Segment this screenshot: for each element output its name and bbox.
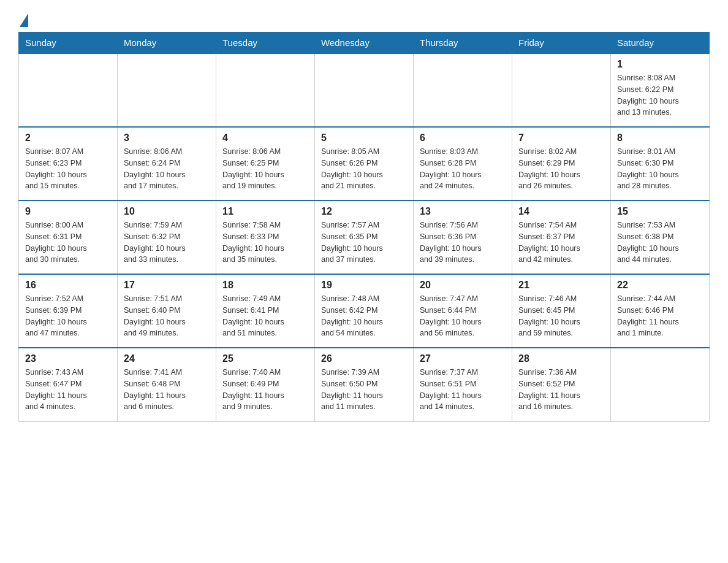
week-row-3: 9Sunrise: 8:00 AM Sunset: 6:31 PM Daylig… [19, 201, 710, 274]
calendar-cell [512, 53, 611, 127]
calendar-cell: 10Sunrise: 7:59 AM Sunset: 6:32 PM Dayli… [118, 201, 216, 274]
calendar-cell [216, 53, 315, 127]
day-info: Sunrise: 7:36 AM Sunset: 6:52 PM Dayligh… [518, 367, 604, 413]
calendar-cell: 18Sunrise: 7:49 AM Sunset: 6:41 PM Dayli… [216, 274, 315, 348]
calendar-cell: 28Sunrise: 7:36 AM Sunset: 6:52 PM Dayli… [512, 348, 611, 421]
day-info: Sunrise: 7:57 AM Sunset: 6:35 PM Dayligh… [321, 220, 407, 266]
calendar-cell: 27Sunrise: 7:37 AM Sunset: 6:51 PM Dayli… [414, 348, 512, 421]
page-header [18, 12, 710, 26]
day-number: 9 [25, 206, 111, 217]
day-number: 7 [518, 132, 604, 144]
day-info: Sunrise: 8:01 AM Sunset: 6:30 PM Dayligh… [617, 146, 703, 192]
column-header-wednesday: Wednesday [315, 33, 414, 54]
calendar-cell: 16Sunrise: 7:52 AM Sunset: 6:39 PM Dayli… [19, 274, 118, 348]
day-number: 8 [617, 132, 703, 144]
calendar-table: SundayMondayTuesdayWednesdayThursdayFrid… [18, 32, 710, 422]
day-number: 17 [124, 280, 210, 291]
day-number: 1 [617, 59, 703, 70]
day-number: 13 [420, 206, 506, 217]
day-number: 14 [518, 206, 604, 217]
calendar-cell: 6Sunrise: 8:03 AM Sunset: 6:28 PM Daylig… [414, 127, 512, 201]
calendar-cell [414, 53, 512, 127]
day-number: 27 [420, 353, 506, 364]
day-number: 15 [617, 206, 703, 217]
week-row-5: 23Sunrise: 7:43 AM Sunset: 6:47 PM Dayli… [19, 348, 710, 421]
week-row-2: 2Sunrise: 8:07 AM Sunset: 6:23 PM Daylig… [19, 127, 710, 201]
calendar-cell: 1Sunrise: 8:08 AM Sunset: 6:22 PM Daylig… [611, 53, 710, 127]
calendar-cell: 21Sunrise: 7:46 AM Sunset: 6:45 PM Dayli… [512, 274, 611, 348]
calendar-cell: 25Sunrise: 7:40 AM Sunset: 6:49 PM Dayli… [216, 348, 315, 421]
day-number: 4 [222, 132, 308, 144]
day-info: Sunrise: 8:06 AM Sunset: 6:25 PM Dayligh… [222, 146, 308, 192]
calendar-cell: 13Sunrise: 7:56 AM Sunset: 6:36 PM Dayli… [414, 201, 512, 274]
day-info: Sunrise: 8:07 AM Sunset: 6:23 PM Dayligh… [25, 146, 111, 192]
day-number: 6 [420, 132, 506, 144]
day-number: 28 [518, 353, 604, 364]
day-number: 22 [617, 280, 703, 291]
calendar-cell [118, 53, 216, 127]
day-number: 3 [124, 132, 210, 144]
day-info: Sunrise: 7:48 AM Sunset: 6:42 PM Dayligh… [321, 293, 407, 339]
calendar-cell: 2Sunrise: 8:07 AM Sunset: 6:23 PM Daylig… [19, 127, 118, 201]
day-info: Sunrise: 7:52 AM Sunset: 6:39 PM Dayligh… [25, 293, 111, 339]
calendar-cell: 11Sunrise: 7:58 AM Sunset: 6:33 PM Dayli… [216, 201, 315, 274]
day-info: Sunrise: 7:44 AM Sunset: 6:46 PM Dayligh… [617, 293, 703, 339]
logo [18, 12, 29, 26]
calendar-cell: 4Sunrise: 8:06 AM Sunset: 6:25 PM Daylig… [216, 127, 315, 201]
logo-triangle-icon [20, 13, 28, 27]
day-info: Sunrise: 7:47 AM Sunset: 6:44 PM Dayligh… [420, 293, 506, 339]
calendar-cell [19, 53, 118, 127]
calendar-cell: 22Sunrise: 7:44 AM Sunset: 6:46 PM Dayli… [611, 274, 710, 348]
calendar-header-row: SundayMondayTuesdayWednesdayThursdayFrid… [19, 33, 710, 54]
calendar-cell: 17Sunrise: 7:51 AM Sunset: 6:40 PM Dayli… [118, 274, 216, 348]
calendar-cell: 9Sunrise: 8:00 AM Sunset: 6:31 PM Daylig… [19, 201, 118, 274]
day-info: Sunrise: 7:46 AM Sunset: 6:45 PM Dayligh… [518, 293, 604, 339]
calendar-cell: 8Sunrise: 8:01 AM Sunset: 6:30 PM Daylig… [611, 127, 710, 201]
day-info: Sunrise: 7:39 AM Sunset: 6:50 PM Dayligh… [321, 367, 407, 413]
day-info: Sunrise: 7:37 AM Sunset: 6:51 PM Dayligh… [420, 367, 506, 413]
day-number: 2 [25, 132, 111, 144]
day-info: Sunrise: 7:58 AM Sunset: 6:33 PM Dayligh… [222, 220, 308, 266]
day-number: 25 [222, 353, 308, 364]
calendar-cell [611, 348, 710, 421]
column-header-thursday: Thursday [414, 33, 512, 54]
day-info: Sunrise: 7:54 AM Sunset: 6:37 PM Dayligh… [518, 220, 604, 266]
calendar-cell: 26Sunrise: 7:39 AM Sunset: 6:50 PM Dayli… [315, 348, 414, 421]
day-info: Sunrise: 8:00 AM Sunset: 6:31 PM Dayligh… [25, 220, 111, 266]
calendar-cell: 3Sunrise: 8:06 AM Sunset: 6:24 PM Daylig… [118, 127, 216, 201]
day-info: Sunrise: 8:03 AM Sunset: 6:28 PM Dayligh… [420, 146, 506, 192]
week-row-1: 1Sunrise: 8:08 AM Sunset: 6:22 PM Daylig… [19, 53, 710, 127]
day-info: Sunrise: 7:40 AM Sunset: 6:49 PM Dayligh… [222, 367, 308, 413]
column-header-tuesday: Tuesday [216, 33, 315, 54]
day-number: 12 [321, 206, 407, 217]
day-number: 11 [222, 206, 308, 217]
calendar-cell: 5Sunrise: 8:05 AM Sunset: 6:26 PM Daylig… [315, 127, 414, 201]
column-header-saturday: Saturday [611, 33, 710, 54]
week-row-4: 16Sunrise: 7:52 AM Sunset: 6:39 PM Dayli… [19, 274, 710, 348]
calendar-cell: 14Sunrise: 7:54 AM Sunset: 6:37 PM Dayli… [512, 201, 611, 274]
calendar-cell [315, 53, 414, 127]
day-number: 20 [420, 280, 506, 291]
day-number: 18 [222, 280, 308, 291]
calendar-cell: 19Sunrise: 7:48 AM Sunset: 6:42 PM Dayli… [315, 274, 414, 348]
day-number: 23 [25, 353, 111, 364]
day-info: Sunrise: 7:49 AM Sunset: 6:41 PM Dayligh… [222, 293, 308, 339]
day-number: 10 [124, 206, 210, 217]
day-info: Sunrise: 7:41 AM Sunset: 6:48 PM Dayligh… [124, 367, 210, 413]
day-number: 21 [518, 280, 604, 291]
day-number: 19 [321, 280, 407, 291]
day-number: 26 [321, 353, 407, 364]
day-info: Sunrise: 8:02 AM Sunset: 6:29 PM Dayligh… [518, 146, 604, 192]
calendar-cell: 15Sunrise: 7:53 AM Sunset: 6:38 PM Dayli… [611, 201, 710, 274]
calendar-cell: 23Sunrise: 7:43 AM Sunset: 6:47 PM Dayli… [19, 348, 118, 421]
calendar-cell: 12Sunrise: 7:57 AM Sunset: 6:35 PM Dayli… [315, 201, 414, 274]
calendar-cell: 7Sunrise: 8:02 AM Sunset: 6:29 PM Daylig… [512, 127, 611, 201]
column-header-friday: Friday [512, 33, 611, 54]
day-info: Sunrise: 7:51 AM Sunset: 6:40 PM Dayligh… [124, 293, 210, 339]
day-info: Sunrise: 7:43 AM Sunset: 6:47 PM Dayligh… [25, 367, 111, 413]
day-info: Sunrise: 7:56 AM Sunset: 6:36 PM Dayligh… [420, 220, 506, 266]
day-info: Sunrise: 8:06 AM Sunset: 6:24 PM Dayligh… [124, 146, 210, 192]
column-header-monday: Monday [118, 33, 216, 54]
calendar-cell: 24Sunrise: 7:41 AM Sunset: 6:48 PM Dayli… [118, 348, 216, 421]
day-number: 16 [25, 280, 111, 291]
